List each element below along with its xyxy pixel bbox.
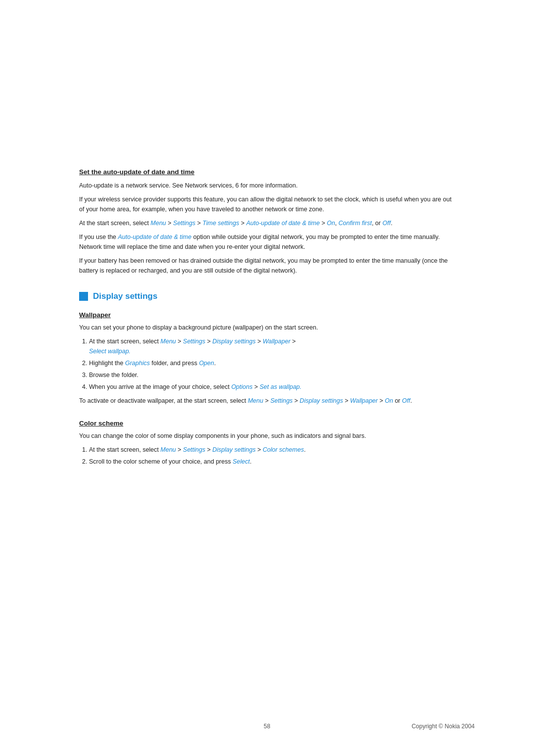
para3-period: .: [391, 220, 392, 227]
cs-step2-select: Select: [232, 458, 250, 465]
para4-link: Auto-update of date & time: [118, 234, 192, 240]
wallpaper-step1: At the start screen, select Menu > Setti…: [89, 336, 455, 356]
page-number: 58: [264, 723, 270, 730]
color-scheme-para1: You can change the color of some display…: [79, 431, 455, 441]
para3-sep2: >: [195, 220, 202, 227]
para3-or: , or: [372, 220, 383, 227]
activate-prefix: To activate or deactivate wallpaper, at …: [79, 397, 248, 404]
step4-prefix: When you arrive at the image of your cho…: [89, 383, 231, 390]
cs-step1-sep1: >: [176, 446, 183, 453]
activate-wallpaper: Wallpaper: [350, 397, 378, 404]
activate-sep2: >: [293, 397, 300, 404]
auto-update-section: Set the auto-update of date and time Aut…: [79, 168, 455, 276]
cs-step1-settings: Settings: [183, 446, 205, 453]
wallpaper-section: Wallpaper You can set your phone to disp…: [79, 311, 455, 406]
activate-or: or: [393, 397, 402, 404]
auto-update-heading: Set the auto-update of date and time: [79, 168, 455, 176]
step4-options: Options: [231, 383, 253, 390]
wallpaper-activate: To activate or deactivate wallpaper, at …: [79, 396, 455, 406]
para3-menu: Menu: [151, 220, 166, 227]
activate-settings: Settings: [270, 397, 293, 404]
para3-off: Off: [382, 220, 391, 227]
step2-graphics: Graphics: [125, 360, 150, 367]
step1-sep3: >: [256, 338, 263, 345]
step1-settings: Settings: [183, 338, 205, 345]
step2-suffix: folder, and press: [150, 360, 199, 367]
wallpaper-steps: At the start screen, select Menu > Setti…: [89, 336, 455, 392]
display-settings-title: Display settings: [93, 291, 157, 301]
para3-time-settings: Time settings: [202, 220, 239, 227]
cs-step1-period: .: [304, 446, 306, 453]
activate-sep1: >: [263, 397, 270, 404]
activate-sep3: >: [343, 397, 350, 404]
step1-menu: Menu: [161, 338, 176, 345]
step1-prefix: At the start screen, select: [89, 338, 161, 345]
para3-settings: Settings: [173, 220, 195, 227]
display-settings-heading-block: Display settings: [79, 291, 455, 301]
activate-off: Off: [402, 397, 410, 404]
step1-sep1: >: [176, 338, 183, 345]
blue-square-icon: [79, 292, 88, 301]
cs-step1-prefix: At the start screen, select: [89, 446, 161, 453]
para3-prefix: At the start screen, select: [79, 220, 151, 227]
color-scheme-section: Color scheme You can change the color of…: [79, 420, 455, 467]
cs-step1-sep3: >: [256, 446, 263, 453]
para3-sep4: >: [320, 220, 327, 227]
cs-step1-sep2: >: [205, 446, 212, 453]
step1-sep2: >: [205, 338, 212, 345]
color-scheme-steps: At the start screen, select Menu > Setti…: [89, 445, 455, 467]
cs-step2-prefix: Scroll to the color scheme of your choic…: [89, 458, 232, 465]
wallpaper-step4: When you arrive at the image of your cho…: [89, 382, 455, 392]
color-scheme-step2: Scroll to the color scheme of your choic…: [89, 457, 455, 467]
para3-on: On: [327, 220, 335, 227]
step1-wallpaper: Wallpaper: [263, 338, 290, 345]
activate-display: Display settings: [300, 397, 343, 404]
auto-update-para5: If your battery has been removed or has …: [79, 256, 455, 276]
auto-update-para1: Auto-update is a network service. See Ne…: [79, 181, 455, 190]
auto-update-para3: At the start screen, select Menu > Setti…: [79, 218, 455, 228]
para3-autoupdate: Auto-update of date & time: [246, 220, 320, 227]
para3-comma: ,: [335, 220, 339, 227]
page: Set the auto-update of date and time Aut…: [0, 0, 534, 756]
color-scheme-heading: Color scheme: [79, 420, 455, 427]
para3-sep1: >: [166, 220, 173, 227]
activate-period: .: [410, 397, 412, 404]
para3-sep3: >: [239, 220, 246, 227]
step4-setwallpap: Set as wallpap.: [260, 383, 302, 390]
cs-step2-period: .: [250, 458, 251, 465]
cs-step1-display: Display settings: [212, 446, 256, 453]
step2-prefix: Highlight the: [89, 360, 125, 367]
step2-open: Open: [199, 360, 214, 367]
auto-update-para4: If you use the Auto-update of date & tim…: [79, 232, 455, 252]
cs-step1-menu: Menu: [161, 446, 176, 453]
wallpaper-heading: Wallpaper: [79, 311, 455, 319]
content-area: Set the auto-update of date and time Aut…: [79, 30, 455, 467]
wallpaper-para1: You can set your phone to display a back…: [79, 323, 455, 332]
wallpaper-step2: Highlight the Graphics folder, and press…: [89, 358, 455, 368]
para4-prefix: If you use the: [79, 234, 118, 240]
step2-period: .: [214, 360, 216, 367]
cs-step1-colorschemes: Color schemes: [263, 446, 304, 453]
step1-sep4: >: [290, 338, 296, 345]
copyright: Copyright © Nokia 2004: [411, 723, 475, 730]
step1-display: Display settings: [212, 338, 256, 345]
step4-sep: >: [253, 383, 260, 390]
color-scheme-step1: At the start screen, select Menu > Setti…: [89, 445, 455, 455]
activate-menu: Menu: [248, 397, 263, 404]
auto-update-para2: If your wireless service provider suppor…: [79, 194, 455, 214]
activate-sep4: >: [378, 397, 385, 404]
step1-select: Select wallpap.: [89, 348, 131, 355]
activate-on: On: [385, 397, 393, 404]
para3-confirm: Confirm first: [339, 220, 372, 227]
wallpaper-step3: Browse the folder.: [89, 370, 455, 380]
